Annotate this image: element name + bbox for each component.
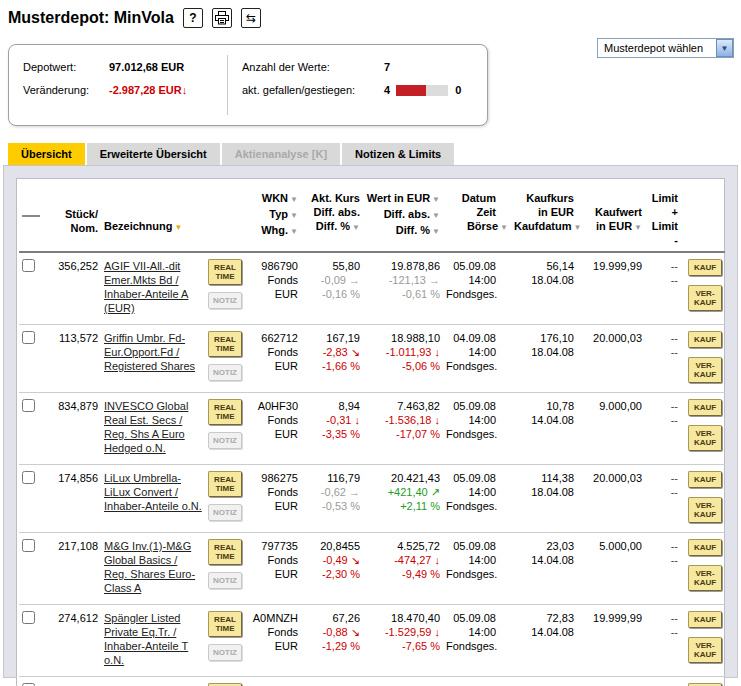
notiz-button[interactable]: NOTIZ [208, 292, 242, 309]
tab-notizen-limits[interactable]: Notizen & Limits [342, 143, 454, 165]
verkauf-button[interactable]: VER-KAUF [688, 425, 722, 451]
kaufwert-cell: 9.000,00 [577, 393, 645, 465]
wert-diff-abs: +421,40 ↗ [366, 485, 440, 499]
col-header-wert[interactable]: Wert in EUR▼ Diff. abs.▼ Diff. %▼ [363, 187, 443, 252]
row-checkbox[interactable] [22, 611, 35, 624]
qty-cell: 30,105 [49, 677, 101, 686]
fund-name-link[interactable]: INVESCO Global Real Est. Secs / Reg. Shs… [104, 400, 188, 454]
chevron-down-icon[interactable]: ▼ [716, 39, 733, 57]
datum-cell: 05.09.08 14:00 Fondsges. [443, 533, 511, 605]
verkauf-button[interactable]: VER-KAUF [688, 285, 722, 311]
typ-value: Fonds [248, 553, 298, 567]
fund-name-link[interactable]: Griffin Umbr. Fd-Eur.Opport.Fd / Registe… [104, 332, 195, 372]
notiz-button[interactable]: NOTIZ [208, 432, 242, 449]
kurs-value: 67,26 [304, 611, 360, 625]
page-title: Musterdepot: MinVola [8, 9, 174, 27]
realtime-button[interactable]: REALTIME [208, 399, 242, 425]
realtime-button[interactable]: REALTIME [208, 539, 242, 565]
kauf-button[interactable]: KAUF [688, 259, 722, 276]
table-row: 174,856 LiLux Umbrella-LiLux Convert / I… [19, 465, 725, 533]
sort-icon: ▼ [174, 223, 182, 232]
whg-value: EUR [248, 567, 298, 581]
title-bar: Musterdepot: MinVola ? ⇆ [0, 0, 741, 28]
notiz-button[interactable]: NOTIZ [208, 644, 242, 661]
col-header-bezeichnung[interactable]: Bezeichnung▼ [101, 187, 205, 252]
kurs-cell: 116,79 -0,62 → -0,53 % [301, 465, 363, 533]
boerse-value: Fondsges. [446, 427, 508, 441]
col-header-kaufkurs[interactable]: Kaufkurs in EUR Kaufdatum▼ [511, 187, 577, 252]
notiz-button[interactable]: NOTIZ [208, 364, 242, 381]
table-header-row: Stück/Nom. Bezeichnung▼ WKN▼ Typ▼ Whg.▼ … [19, 187, 725, 252]
row-checkbox[interactable] [22, 399, 35, 412]
print-icon[interactable] [212, 8, 232, 28]
row-checkbox[interactable] [22, 331, 35, 344]
wert-value: 18.988,10 [366, 331, 440, 345]
qty-cell: 217,108 [49, 533, 101, 605]
limit-minus-value: -- [648, 553, 678, 567]
trend-arrow-icon: → [349, 486, 360, 498]
kurs-diff-pct: -2,30 % [304, 567, 360, 581]
col-header-akt-kurs[interactable]: Akt. Kurs Diff. abs. Diff. %▼ [301, 187, 363, 252]
dash-icon[interactable] [22, 215, 40, 217]
realtime-button[interactable]: REALTIME [208, 471, 242, 497]
verkauf-button[interactable]: VER-KAUF [688, 637, 722, 663]
col-header-kaufwert[interactable]: Kaufwert in EUR▼ [577, 187, 645, 252]
wert-diff-abs: -1.529,59 ↓ [366, 625, 440, 639]
realtime-button[interactable]: REALTIME [208, 331, 242, 357]
boerse-value: Fondsges. [446, 567, 508, 581]
kauf-button[interactable]: KAUF [688, 539, 722, 556]
zeit-value: 14:00 [446, 273, 508, 287]
depotwert-label: Depotwert: [23, 61, 109, 73]
row-checkbox[interactable] [22, 539, 35, 552]
tab-uebersicht[interactable]: Übersicht [8, 143, 85, 165]
wkn-cell: 986790 Fonds EUR [245, 252, 301, 325]
row-checkbox[interactable] [22, 259, 35, 272]
kauf-button[interactable]: KAUF [688, 471, 722, 488]
fund-name-link[interactable]: Spängler Listed Private Eq.Tr. / Inhaber… [104, 612, 188, 666]
musterdepot-select[interactable]: Musterdepot wählen ▼ [597, 38, 734, 58]
row-checkbox[interactable] [22, 471, 35, 484]
notiz-button[interactable]: NOTIZ [208, 504, 242, 521]
wert-value: 20.421,43 [366, 471, 440, 485]
table-row: 356,252 AGIF VII-All.-dit Emer.Mkts Bd /… [19, 252, 725, 325]
kaufkurs-cell: 10,78 14.04.08 [511, 393, 577, 465]
col-header-datum[interactable]: Datum Zeit Börse▼ [443, 187, 511, 252]
kauf-button[interactable]: KAUF [688, 611, 722, 628]
fund-name-link[interactable]: LiLux Umbrella-LiLux Convert / Inhaber-A… [104, 472, 202, 512]
wert-value: 19.878,86 [366, 259, 440, 273]
refresh-icon[interactable]: ⇆ [241, 8, 261, 28]
table-row: 113,572 Griffin Umbr. Fd-Eur.Opport.Fd /… [19, 325, 725, 393]
kaufkurs-cell: 23,03 14.04.08 [511, 533, 577, 605]
veraenderung-label: Veränderung: [23, 84, 109, 96]
tab-erweiterte-uebersicht[interactable]: Erweiterte Übersicht [87, 143, 220, 165]
notiz-button[interactable]: NOTIZ [208, 572, 242, 589]
limit-minus-value: -- [648, 345, 678, 359]
zeit-value: 14:00 [446, 345, 508, 359]
verkauf-button[interactable]: VER-KAUF [688, 497, 722, 523]
verkauf-button[interactable]: VER-KAUF [688, 565, 722, 591]
help-icon[interactable]: ? [183, 8, 203, 28]
depotwert-value: 97.012,68 EUR [109, 61, 184, 73]
kurs-diff-abs: -0,09 → [304, 273, 360, 287]
kurs-cell: 67,26 -0,88 ↘ -1,29 % [301, 605, 363, 677]
fund-name-link[interactable]: AGIF VII-All.-dit Emer.Mkts Bd / Inhaber… [104, 260, 188, 314]
kaufkurs-value: 23,03 [514, 539, 574, 553]
verkauf-button[interactable]: VER-KAUF [688, 357, 722, 383]
wert-diff-pct: -17,07 % [366, 427, 440, 441]
wkn-cell: 797735 Fonds EUR [245, 533, 301, 605]
trend-arrow-icon: ↘ [351, 554, 360, 566]
col-header-wkn[interactable]: WKN▼ Typ▼ Whg.▼ [245, 187, 301, 252]
boerse-value: Fondsges. [446, 287, 508, 301]
trend-arrow-icon: ↓ [435, 414, 441, 426]
kauf-button[interactable]: KAUF [688, 331, 722, 348]
wert-cell: 18.470,40 -1.529,59 ↓ -7,65 % [363, 605, 443, 677]
wert-value: 18.470,40 [366, 611, 440, 625]
datum-cell: 05.09.08 14:00 Fondsges. [443, 393, 511, 465]
kauf-button[interactable]: KAUF [688, 399, 722, 416]
realtime-button[interactable]: REALTIME [208, 611, 242, 637]
limit-cell: -- -- [645, 325, 681, 393]
realtime-button[interactable]: REALTIME [208, 259, 242, 285]
qty-cell: 113,572 [49, 325, 101, 393]
fund-name-link[interactable]: M&G Inv.(1)-M&G Global Basics / Reg. Sha… [104, 540, 195, 594]
wkn-value: 986275 [248, 471, 298, 485]
